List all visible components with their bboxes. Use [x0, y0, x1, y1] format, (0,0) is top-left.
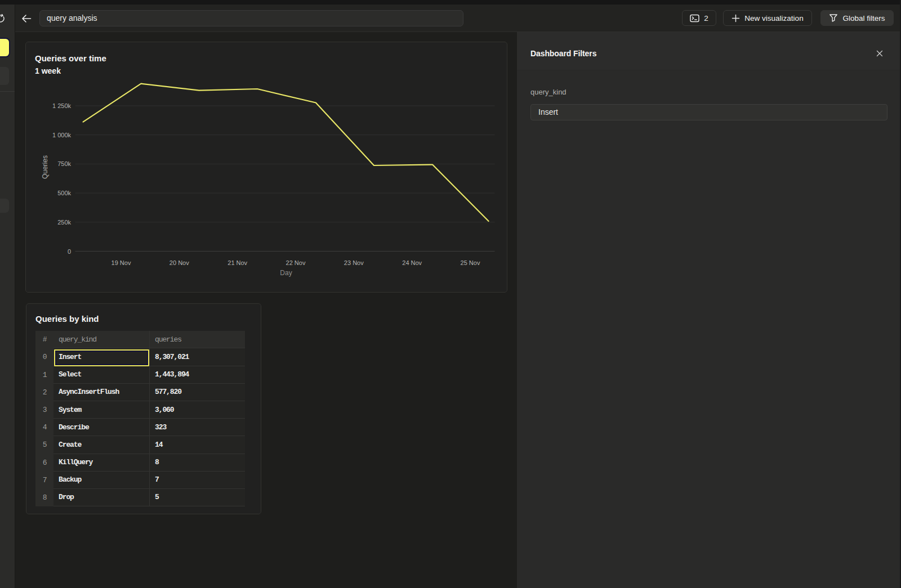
svg-text:1 000k: 1 000k: [52, 132, 72, 138]
svg-text:23 Nov: 23 Nov: [344, 259, 364, 266]
svg-text:250k: 250k: [57, 219, 71, 226]
svg-text:750k: 750k: [57, 160, 71, 167]
svg-text:Queries: Queries: [41, 155, 49, 179]
svg-text:25 Nov: 25 Nov: [461, 259, 480, 266]
svg-text:19 Nov: 19 Nov: [111, 259, 131, 266]
svg-text:0: 0: [68, 248, 71, 255]
svg-text:1 250k: 1 250k: [52, 102, 72, 109]
svg-text:21 Nov: 21 Nov: [228, 259, 247, 266]
svg-text:Day: Day: [280, 269, 292, 277]
svg-text:22 Nov: 22 Nov: [286, 259, 306, 266]
svg-text:24 Nov: 24 Nov: [402, 259, 422, 266]
svg-text:20 Nov: 20 Nov: [170, 259, 189, 266]
svg-text:500k: 500k: [57, 190, 71, 196]
